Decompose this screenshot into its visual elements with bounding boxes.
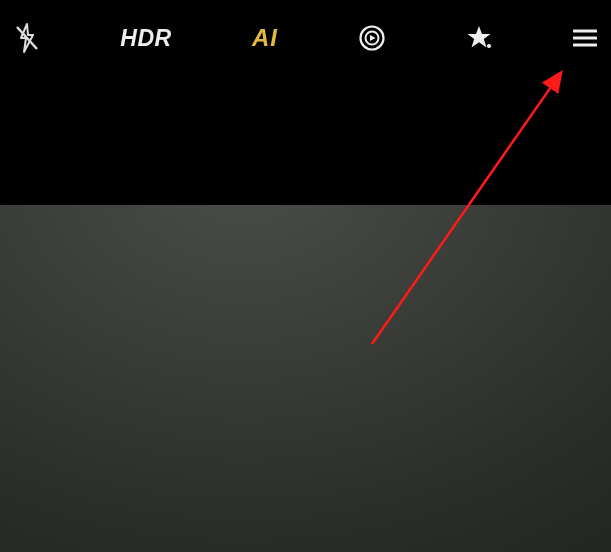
ai-toggle[interactable]: AI: [252, 22, 278, 54]
filter-star-icon: [467, 25, 493, 51]
flash-toggle[interactable]: [14, 22, 40, 54]
motion-photo-icon: [358, 24, 386, 52]
menu-icon: [573, 28, 597, 48]
camera-topbar: HDR AI: [0, 0, 611, 205]
camera-viewfinder[interactable]: [0, 205, 611, 552]
filter-button[interactable]: [467, 22, 493, 54]
motion-photo-toggle[interactable]: [358, 22, 386, 54]
ai-label: AI: [252, 24, 278, 52]
hdr-label: HDR: [120, 25, 171, 52]
flash-off-icon: [14, 23, 40, 53]
hdr-toggle[interactable]: HDR: [120, 22, 171, 54]
menu-button[interactable]: [573, 22, 597, 54]
